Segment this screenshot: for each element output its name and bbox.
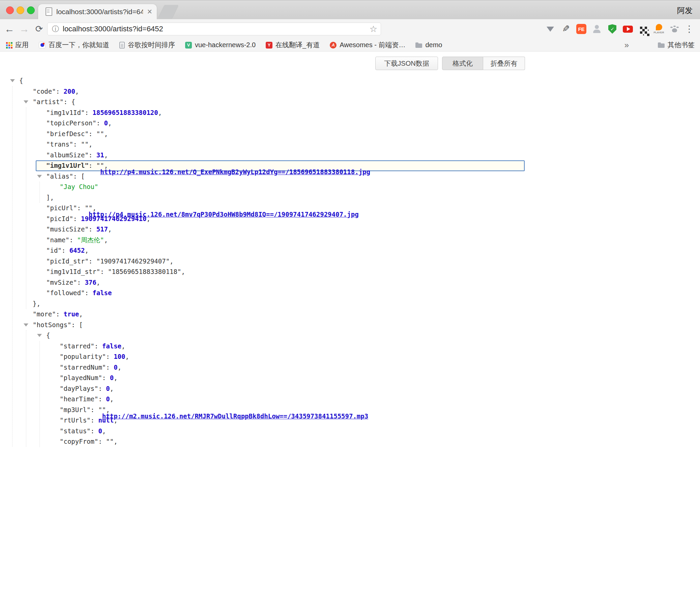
json-token: : <box>73 215 81 222</box>
other-bookmarks-folder[interactable]: 其他书签 <box>658 40 695 50</box>
json-token: "copyFrom" <box>60 438 98 445</box>
browser-window: localhost:3000/artists?id=645 × 阿发 ← → ⟳… <box>0 0 700 591</box>
json-line: "playedNum": 0, <box>0 373 700 383</box>
json-token: "albumSize" <box>46 151 89 159</box>
json-token: null <box>98 416 114 424</box>
qrcode-icon[interactable] <box>637 21 649 37</box>
tab-close-icon[interactable]: × <box>147 7 152 17</box>
json-line: "img1v1Id_str": "18569651883380118", <box>0 267 700 277</box>
json-line: "popularity": 100, <box>0 351 700 362</box>
json-line: "starredNum": 0, <box>0 362 700 373</box>
json-token: , <box>114 438 117 445</box>
youdao-icon: Y <box>266 42 272 49</box>
forward-button[interactable]: → <box>17 19 32 39</box>
json-token: : <box>56 310 64 318</box>
json-line: "picId_str": "19097417462929407", <box>0 256 700 267</box>
close-window-button[interactable] <box>6 6 14 14</box>
browser-profile-name[interactable]: 阿发 <box>677 5 693 16</box>
back-button[interactable]: ← <box>2 19 17 39</box>
json-token: "picId_str" <box>46 257 89 265</box>
fehelper-icon[interactable]: FE <box>575 21 587 37</box>
json-line-highlighted: "img1v1Url": "http://p4.music.126.net/Q_… <box>36 160 525 171</box>
collapse-arrow-icon[interactable] <box>24 323 28 326</box>
bookmark-label: demo <box>425 41 442 49</box>
url-text[interactable]: localhost:3000/artists?id=6452 <box>63 25 163 33</box>
paw-icon[interactable] <box>668 21 680 37</box>
json-token: : <box>62 247 69 254</box>
browser-tab[interactable]: localhost:3000/artists?id=645 × <box>38 4 157 19</box>
bookmark-list: 应用百度一下，你就知道谷歌按时间排序Vvue-hackernews-2.0Y在线… <box>5 40 624 50</box>
json-token: "" <box>106 438 114 445</box>
address-bar[interactable]: ⓘ localhost:3000/artists?id=6452 ☆ <box>47 23 381 35</box>
new-tab-button[interactable] <box>158 5 179 19</box>
bookmarks-overflow-chevron-icon[interactable]: » <box>624 40 629 50</box>
json-line: "img1v1Id": 18569651883380120, <box>0 107 700 118</box>
json-line: { <box>0 330 700 341</box>
json-token: 0 <box>106 395 110 403</box>
json-token: : <box>77 279 85 286</box>
json-token: , <box>121 342 125 350</box>
json-line: "artist": { <box>0 97 700 107</box>
profile-gray-icon[interactable] <box>591 21 603 37</box>
json-line: "mp3Url": "http://m2.music.126.net/RMJR7… <box>0 405 700 415</box>
bookmark-item[interactable]: AAwesomes - 前端资… <box>330 40 405 50</box>
json-token: , <box>158 109 162 116</box>
json-token: , <box>110 385 114 392</box>
json-token: 19097417462929410 <box>81 215 146 222</box>
page-favicon-icon <box>46 7 52 16</box>
json-token: : <box>89 257 96 265</box>
bookmark-item[interactable]: 谷歌按时间排序 <box>119 40 175 50</box>
site-info-icon[interactable]: ⓘ <box>52 24 59 34</box>
json-token: , <box>79 310 83 318</box>
json-token: { <box>46 332 50 339</box>
json-token: : <box>89 130 96 137</box>
page-icon <box>119 42 125 49</box>
json-line: "Jay Chou" <box>0 182 700 192</box>
json-token: : <box>89 225 96 233</box>
bookmark-star-icon[interactable]: ☆ <box>370 24 377 34</box>
youtube-icon[interactable] <box>622 21 634 37</box>
json-token: : <box>73 141 81 148</box>
format-button[interactable]: 格式化 <box>442 57 483 70</box>
json-token: , <box>96 279 100 286</box>
json-token: , <box>89 141 92 148</box>
view-toggle-group: 格式化 折叠所有 <box>442 57 525 70</box>
json-token: "" <box>81 141 89 148</box>
download-json-button[interactable]: 下载JSON数据 <box>375 57 438 70</box>
translate-pen-icon[interactable] <box>560 21 572 37</box>
json-token: "18569651883380118" <box>108 268 181 275</box>
bookmark-item[interactable]: 百度一下，你就知道 <box>39 40 109 50</box>
json-token: : <box>94 342 102 350</box>
gray-chevron-icon[interactable] <box>544 21 556 37</box>
json-token: " <box>98 406 102 413</box>
shield-icon[interactable] <box>606 21 618 37</box>
bookmark-item[interactable]: demo <box>415 41 442 49</box>
minimize-window-button[interactable] <box>17 6 24 14</box>
reload-button[interactable]: ⟳ <box>32 19 47 39</box>
vue-icon: V <box>185 42 192 49</box>
bookmark-item[interactable]: 应用 <box>5 40 29 50</box>
collapse-all-button[interactable]: 折叠所有 <box>483 57 525 70</box>
json-token: "followed" <box>46 289 85 297</box>
bookmark-item[interactable]: Vvue-hackernews-2.0 <box>185 41 256 49</box>
collapse-arrow-icon[interactable] <box>37 175 42 178</box>
json-token: false <box>102 342 121 350</box>
collapse-arrow-icon[interactable] <box>10 79 15 82</box>
bookmark-label: Awesomes - 前端资… <box>340 40 405 50</box>
json-token: "artist" <box>33 98 64 105</box>
json-viewer: {"code": 200,"artist": {"img1v1Id": 1856… <box>0 75 700 447</box>
bookmark-item[interactable]: Y在线翻译_有道 <box>266 40 320 50</box>
json-token: : { <box>64 98 75 105</box>
json-token: "musicSize" <box>46 225 89 233</box>
collapse-arrow-icon[interactable] <box>24 100 28 103</box>
player-icon[interactable]: PLAYER <box>653 21 665 37</box>
browser-menu-icon[interactable]: ⋮ <box>683 19 695 39</box>
apps-icon <box>5 42 12 49</box>
json-token: "briefDesc" <box>46 130 89 137</box>
collapse-arrow-icon[interactable] <box>37 334 42 337</box>
json-token: , <box>104 151 108 159</box>
json-token: " <box>85 204 88 212</box>
maximize-window-button[interactable] <box>27 6 35 14</box>
json-token: : <box>56 88 64 95</box>
json-line: "albumSize": 31, <box>0 150 700 161</box>
